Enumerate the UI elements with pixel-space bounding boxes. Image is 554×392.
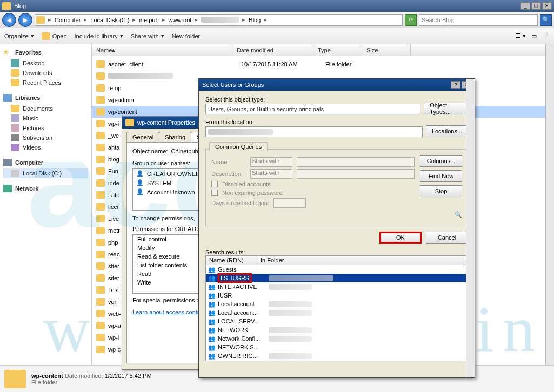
users-icon: 👥: [208, 292, 216, 299]
breadcrumb[interactable]: inetpub: [139, 17, 158, 23]
restore-button[interactable]: ❐: [531, 2, 541, 10]
search-button[interactable]: 🔍: [540, 14, 552, 26]
search-icon: 🔍: [455, 211, 462, 218]
users-icon: 👥: [208, 275, 216, 282]
sidebar-item-pictures[interactable]: Pictures: [3, 123, 88, 133]
result-row[interactable]: 👥Guests: [206, 265, 468, 274]
stop-button[interactable]: Stop: [420, 185, 462, 197]
col-in-folder[interactable]: In Folder: [257, 256, 468, 265]
breadcrumb[interactable]: wwwroot: [169, 17, 192, 23]
result-row[interactable]: 👥IIS_IUSRS: [206, 274, 468, 282]
object-types-button[interactable]: Object Types...: [424, 103, 468, 114]
folder-icon: [96, 298, 105, 306]
col-name[interactable]: Name ▴: [92, 44, 232, 56]
back-button[interactable]: ◄: [2, 13, 16, 27]
include-library-button[interactable]: Include in library ▾: [75, 32, 123, 39]
new-folder-button[interactable]: New folder: [172, 33, 201, 39]
help-button[interactable]: ❔: [542, 32, 550, 39]
common-queries-tab[interactable]: Common Queries: [209, 142, 268, 151]
folder-icon: [96, 60, 105, 68]
result-row[interactable]: 👥Local accoun...: [206, 308, 468, 317]
preview-pane-button[interactable]: ▭: [531, 32, 537, 39]
sidebar-item-recent[interactable]: Recent Places: [3, 78, 88, 87]
select-users-dialog: Select Users or Groups ? ✕ Select this o…: [198, 78, 475, 378]
folder-icon: [2, 2, 11, 10]
folder-icon: [125, 119, 134, 126]
documents-icon: [11, 105, 19, 112]
col-size[interactable]: Size: [362, 44, 411, 56]
network-header[interactable]: Network: [3, 185, 88, 192]
result-row[interactable]: 👥IUSR: [206, 291, 468, 300]
open-button[interactable]: Open: [42, 32, 67, 40]
folder-icon: [11, 69, 19, 77]
locations-button[interactable]: Locations...: [426, 125, 468, 137]
folder-icon: [96, 156, 105, 163]
users-icon: 👥: [208, 283, 216, 290]
users-icon: 👥: [208, 309, 216, 316]
organize-button[interactable]: Organize ▾: [4, 32, 34, 39]
minimize-button[interactable]: _: [520, 2, 530, 10]
share-with-button[interactable]: Share with ▾: [131, 32, 164, 39]
desc-combo: Starts with: [250, 169, 292, 179]
desktop-icon: [11, 59, 19, 67]
folder-icon: [96, 239, 105, 246]
name-input: [297, 157, 415, 167]
music-icon: [11, 114, 19, 122]
col-type[interactable]: Type: [313, 44, 362, 56]
col-name-rdn[interactable]: Name (RDN): [206, 256, 257, 265]
folder-icon: [96, 179, 105, 187]
search-results-list[interactable]: 👥Guests👥IIS_IUSRS👥INTERACTIVE👥IUSR👥Local…: [205, 265, 468, 361]
refresh-button[interactable]: ⟳: [405, 14, 417, 26]
col-date[interactable]: Date modified: [232, 44, 313, 56]
result-row[interactable]: 👥NETWORK: [206, 326, 468, 334]
help-button[interactable]: ?: [451, 81, 460, 89]
breadcrumb[interactable]: [201, 17, 239, 23]
sidebar-item-downloads[interactable]: Downloads: [3, 68, 88, 78]
search-input[interactable]: Search Blog: [419, 14, 538, 26]
file-row[interactable]: aspnet_client10/17/2015 11:28 AMFile fol…: [92, 58, 554, 70]
breadcrumb[interactable]: Blog: [249, 17, 261, 23]
sidebar-item-desktop[interactable]: Desktop: [3, 58, 88, 68]
folder-icon: [96, 334, 105, 341]
scrollbar[interactable]: [545, 44, 554, 370]
folder-icon: [42, 32, 50, 40]
close-button[interactable]: ✕: [542, 2, 552, 10]
columns-button[interactable]: Columns...: [420, 155, 462, 167]
sidebar-item-music[interactable]: Music: [3, 113, 88, 123]
forward-button[interactable]: ►: [18, 13, 32, 27]
column-headers: Name ▴ Date modified Type Size: [92, 44, 554, 56]
result-row[interactable]: 👥NETWORK S...: [206, 343, 468, 352]
libraries-header[interactable]: Libraries: [3, 94, 88, 102]
folder-icon: [96, 203, 105, 211]
ok-button[interactable]: OK: [379, 232, 422, 244]
result-row[interactable]: 👥INTERACTIVE: [206, 282, 468, 291]
folder-icon: [96, 144, 105, 151]
subversion-icon: [11, 134, 19, 141]
sidebar-item-documents[interactable]: Documents: [3, 104, 88, 113]
folder-icon: [96, 251, 105, 258]
scrollbar[interactable]: [466, 265, 468, 361]
folder-icon: [96, 322, 105, 329]
result-row[interactable]: 👥OWNER RIG...: [206, 352, 468, 360]
breadcrumb[interactable]: Local Disk (C:): [90, 17, 129, 23]
result-row[interactable]: 👥LOCAL SERV...: [206, 317, 468, 326]
sidebar-item-videos[interactable]: Videos: [3, 143, 88, 152]
sidebar-item-subversion[interactable]: Subversion: [3, 133, 88, 143]
computer-header[interactable]: Computer: [3, 159, 88, 166]
folder-icon: [96, 227, 105, 234]
view-options-button[interactable]: ☰ ▾: [516, 32, 526, 39]
result-row[interactable]: 👥Local account: [206, 300, 468, 308]
disabled-checkbox: [211, 181, 218, 187]
breadcrumb[interactable]: Computer: [55, 17, 81, 23]
address-bar[interactable]: ▸ Computer▸ Local Disk (C:)▸ inetpub▸ ww…: [35, 14, 403, 26]
dialog-title: wp-content Properties: [137, 119, 195, 126]
find-now-button[interactable]: Find Now: [420, 170, 462, 182]
tab-sharing[interactable]: Sharing: [159, 132, 191, 142]
result-row[interactable]: 👥Network Confi...: [206, 334, 468, 343]
favorites-header[interactable]: ★Favorites: [3, 49, 88, 56]
sidebar-item-local-disk[interactable]: Local Disk (C:): [3, 168, 88, 178]
dialog-titlebar[interactable]: Select Users or Groups ? ✕: [199, 79, 475, 91]
tab-general[interactable]: General: [126, 132, 159, 142]
disk-icon: [11, 170, 19, 177]
cancel-button[interactable]: Cancel: [426, 232, 468, 244]
